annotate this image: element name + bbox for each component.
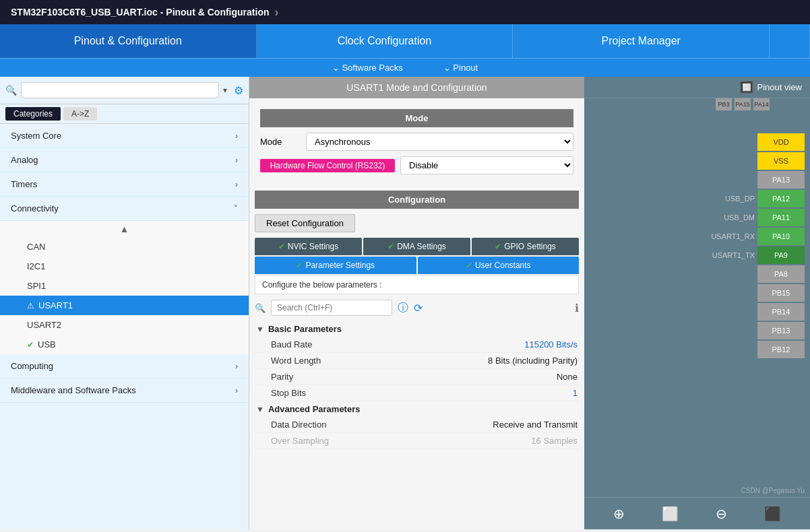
zoom-out-button[interactable]: ⊖: [713, 503, 730, 525]
pinout-panel: 🔲 Pinout view PB3 PA15 PA14: [584, 77, 810, 529]
sidebar-item-analog[interactable]: Analog ›: [0, 148, 249, 172]
params-list: ▼ Basic Parameters Baud Rate 115200 Bits…: [255, 321, 579, 449]
mode-select[interactable]: Asynchronous: [306, 133, 573, 151]
check-icon: ✔: [27, 340, 34, 350]
pin-row-vss: VSS: [590, 152, 805, 170]
hw-flow-label: Hardware Flow Control (RS232): [260, 159, 395, 172]
param-word-length: Word Length 8 Bits (including Parity): [255, 353, 579, 369]
fit-view-button[interactable]: ⬜: [659, 503, 681, 525]
subnav-software-packs[interactable]: ⌄ Software Packs: [332, 63, 403, 73]
config-section: Configuration Reset Configuration ✔ NVIC…: [255, 191, 579, 449]
pin-row-pb13: PB13: [590, 322, 805, 339]
tab-gpio-settings[interactable]: ✔ GPIO Settings: [472, 238, 579, 255]
sidebar-item-timers[interactable]: Timers ›: [0, 172, 249, 197]
tab-user-constants[interactable]: ✔ User Constants: [418, 257, 580, 274]
tab-atoz[interactable]: A->Z: [63, 107, 97, 121]
search-small-icon: 🔍: [255, 303, 266, 313]
mode-section: Mode Mode Asynchronous Hardware Flow Con…: [249, 98, 584, 191]
pin-row-pa10: USART1_RX PA10: [590, 228, 805, 245]
pin-pa13[interactable]: PA13: [757, 171, 805, 189]
tab-extra[interactable]: [770, 24, 810, 58]
top-pin-pa15: PA15: [735, 98, 751, 127]
pin-pa11[interactable]: PA11: [757, 209, 805, 226]
hw-flow-select[interactable]: Disable: [400, 156, 573, 174]
sidebar-item-can[interactable]: CAN: [0, 237, 249, 257]
tab-clock[interactable]: Clock Configuration: [257, 24, 513, 58]
sidebar-search-bar: 🔍 ▾ ⚙: [0, 77, 249, 104]
zoom-in-button[interactable]: ⊕: [611, 503, 627, 525]
pin-row-pb14: PB14: [590, 303, 805, 321]
tab-project[interactable]: Project Manager: [513, 24, 770, 58]
pin-pa9[interactable]: PA9: [757, 246, 805, 264]
connectivity-sub-items: ▲ CAN I2C1 SPI1 ⚠ USART1 USART2: [0, 221, 249, 354]
sidebar-item-computing[interactable]: Computing ›: [0, 354, 249, 378]
collapse-icon: ▼: [256, 325, 264, 334]
sidebar-tabs: Categories A->Z: [0, 104, 249, 124]
pin-pb3[interactable]: PB3: [716, 98, 732, 110]
pinout-view-header: 🔲 Pinout view: [584, 77, 810, 98]
sidebar-item-i2c1[interactable]: I2C1: [0, 257, 249, 276]
sidebar-item-spi1[interactable]: SPI1: [0, 276, 249, 296]
subnav-pinout[interactable]: ⌄ Pinout: [443, 63, 478, 73]
sidebar-item-usb[interactable]: ✔ USB: [0, 335, 249, 354]
hw-flow-row: Hardware Flow Control (RS232) Disable: [260, 156, 573, 174]
tab-parameter-settings[interactable]: ✔ Parameter Settings: [255, 257, 416, 274]
param-group-basic[interactable]: ▼ Basic Parameters: [255, 321, 579, 337]
collapse-icon: ▼: [256, 405, 264, 414]
search-input[interactable]: [21, 82, 219, 98]
watermark: CSDN @Pegasus Yu: [741, 487, 805, 494]
pin-pb14[interactable]: PB14: [757, 303, 805, 321]
pin-pa12[interactable]: PA12: [757, 190, 805, 207]
pin-pa8[interactable]: PA8: [757, 265, 805, 283]
chevron-right-icon: ›: [235, 131, 238, 141]
info-circle-icon[interactable]: ⓘ: [398, 301, 408, 315]
pin-row-pa12: USB_DP PA12: [590, 190, 805, 207]
tab-nvic-settings[interactable]: ✔ NVIC Settings: [255, 238, 362, 255]
param-stop-bits: Stop Bits 1: [255, 385, 579, 401]
pin-pb13[interactable]: PB13: [757, 322, 805, 339]
pin-pa10[interactable]: PA10: [757, 228, 805, 245]
tab-dma-settings[interactable]: ✔ DMA Settings: [363, 238, 470, 255]
pin-pa14[interactable]: PA14: [753, 98, 770, 110]
label-usb-dm: USB_DM: [701, 213, 755, 222]
sidebar-item-middleware[interactable]: Middleware and Software Packs ›: [0, 378, 249, 403]
warning-icon: ⚠: [27, 301, 34, 310]
pin-pa15[interactable]: PA15: [735, 98, 751, 110]
sidebar-item-usart1[interactable]: ⚠ USART1: [0, 296, 249, 315]
param-search-input[interactable]: [271, 300, 392, 316]
search-dropdown[interactable]: ▾: [223, 86, 227, 95]
pin-pb15[interactable]: PB15: [757, 284, 805, 302]
top-pin-pb3: PB3: [716, 98, 732, 127]
gear-icon[interactable]: ⚙: [234, 84, 243, 97]
config-info-bar: Configure the below parameters :: [255, 275, 579, 294]
refresh-icon[interactable]: ⟳: [414, 302, 423, 314]
mode-label: Mode: [260, 137, 301, 147]
pin-row-pa8: PA8: [590, 265, 805, 283]
pin-row-pa11: USB_DM PA11: [590, 209, 805, 226]
title-arrow: ›: [274, 5, 278, 20]
config-tabs-row2: ✔ Parameter Settings ✔ User Constants: [255, 257, 579, 274]
title-text: STM32F103C6T6_USB_UART.ioc - Pinout & Co…: [11, 7, 269, 18]
sidebar-item-usart2[interactable]: USART2: [0, 315, 249, 335]
pin-pb12[interactable]: PB12: [757, 341, 805, 358]
sub-nav: ⌄ Software Packs ⌄ Pinout: [0, 58, 810, 77]
pin-vss[interactable]: VSS: [757, 152, 805, 170]
sidebar-item-connectivity[interactable]: Connectivity ˅: [0, 197, 249, 221]
param-baud-rate: Baud Rate 115200 Bits/s: [255, 337, 579, 353]
tab-categories[interactable]: Categories: [5, 107, 61, 121]
tab-pinout[interactable]: Pinout & Configuration: [0, 24, 257, 58]
config-tabs: ✔ NVIC Settings ✔ DMA Settings ✔ GPIO Se…: [255, 238, 579, 255]
label-usb-dp: USB_DP: [701, 195, 755, 203]
check-icon: ✔: [296, 261, 303, 270]
pin-vdd[interactable]: VDD: [757, 133, 805, 151]
sidebar-item-system-core[interactable]: System Core ›: [0, 124, 249, 148]
config-header: Configuration: [255, 191, 579, 209]
check-icon: ✔: [495, 242, 501, 251]
export-button[interactable]: ⬛: [761, 503, 784, 525]
param-group-advanced[interactable]: ▼ Advanced Parameters: [255, 401, 579, 417]
connectivity-divider: ▲: [0, 221, 249, 237]
bottom-toolbar: ⊕ ⬜ ⊖ ⬛: [584, 497, 810, 529]
mode-header: Mode: [260, 109, 573, 127]
sidebar: 🔍 ▾ ⚙ Categories A->Z System Core › Anal…: [0, 77, 249, 529]
reset-config-button[interactable]: Reset Configuration: [255, 214, 355, 232]
